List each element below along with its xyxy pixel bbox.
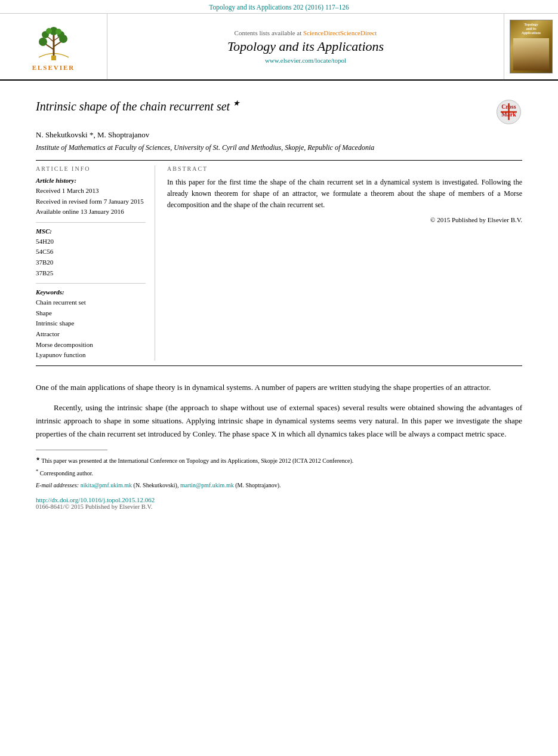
keyword-3: Intrinsic shape [36, 318, 146, 329]
email2-link[interactable]: martin@pmf.ukim.mk [180, 482, 234, 488]
abstract-label: ABSTRACT [167, 165, 522, 172]
received-date: Received 1 March 2013 [36, 186, 146, 196]
elsevier-tree-icon [30, 23, 78, 62]
cover-title: Topologyand itsApplications [522, 23, 541, 36]
footnote-divider [36, 450, 107, 450]
msc-3: 37B20 [36, 257, 146, 268]
keywords-label: Keywords: [36, 288, 146, 296]
article-divider [36, 160, 522, 161]
journal-url[interactable]: www.elsevier.com/locate/topol [265, 57, 346, 64]
article-divider-2 [36, 365, 522, 366]
sciencedirect-link[interactable]: ScienceDirect [303, 29, 340, 36]
issn-line: 0166-8641/© 2015 Published by Elsevier B… [36, 503, 522, 510]
journal-info-center: Contents lists available at ScienceDirec… [107, 14, 504, 79]
keyword-6: Lyapunov function [36, 350, 146, 361]
cover-art [513, 38, 549, 70]
footnote-star: ★ This paper was presented at the Intern… [36, 455, 522, 466]
abstract-copyright: © 2015 Published by Elsevier B.V. [167, 216, 522, 223]
keyword-2: Shape [36, 308, 146, 319]
msc-label: MSC: [36, 228, 146, 235]
body-section: One of the main applications of shape th… [36, 381, 522, 441]
article-info-column: ARTICLE INFO Article history: Received 1… [36, 165, 155, 361]
keyword-4: Attractor [36, 329, 146, 340]
journal-citation-bar: Topology and its Applications 202 (2016)… [0, 0, 558, 14]
authors: N. Shekutkovski *, M. Shoptrajanov [36, 130, 522, 140]
abstract-text: In this paper for the first time the sha… [167, 177, 522, 211]
doi-line[interactable]: http://dx.doi.org/10.1016/j.topol.2015.1… [36, 496, 522, 503]
left-divider-2 [36, 283, 146, 284]
crossmark-icon: Cross Mark [495, 99, 522, 125]
crossmark-badge[interactable]: Cross Mark [495, 99, 522, 125]
article-title: Intrinsic shape of the chain recurrent s… [36, 99, 495, 113]
article-content: Intrinsic shape of the chain recurrent s… [0, 81, 558, 522]
body-para-1: One of the main applications of shape th… [36, 381, 522, 394]
affiliation: Institute of Mathematics at Faculty of S… [36, 142, 522, 153]
title-star: ★ [233, 99, 240, 107]
journal-cover-image: Topologyand itsApplications [510, 20, 553, 73]
elsevier-logo-area: ELSEVIER [0, 14, 107, 79]
journal-title: Topology and its Applications [227, 39, 384, 54]
left-divider-1 [36, 222, 146, 223]
available-date: Available online 13 January 2016 [36, 207, 146, 217]
article-history-title: Article history: [36, 177, 146, 184]
footnote-email: E-mail addresses: nikita@pmf.ukim.mk (N.… [36, 481, 522, 490]
keyword-5: Morse decomposition [36, 340, 146, 351]
svg-point-12 [56, 29, 61, 35]
svg-point-6 [39, 38, 47, 46]
footnote-corresponding: * Corresponding author. [36, 468, 522, 478]
article-title-row: Intrinsic shape of the chain recurrent s… [36, 99, 522, 125]
article-info-label: ARTICLE INFO [36, 165, 146, 172]
elsevier-wordmark: ELSEVIER [32, 64, 75, 71]
msc-1: 54H20 [36, 236, 146, 247]
journal-citation: Topology and its Applications 202 (2016)… [209, 4, 349, 11]
two-column-section: ARTICLE INFO Article history: Received 1… [36, 165, 522, 361]
journal-header: ELSEVIER Contents lists available at Sci… [0, 14, 558, 81]
msc-2: 54C56 [36, 247, 146, 257]
abstract-column: ABSTRACT In this paper for the first tim… [167, 165, 522, 361]
contents-line: Contents lists available at ScienceDirec… [235, 29, 377, 36]
email1-link[interactable]: nikita@pmf.ukim.mk [81, 482, 132, 488]
svg-rect-0 [51, 56, 56, 60]
journal-cover-area: Topologyand itsApplications [504, 14, 558, 79]
msc-4: 37B25 [36, 268, 146, 279]
keyword-1: Chain recurrent set [36, 297, 146, 308]
svg-point-11 [46, 28, 52, 34]
received-revised-date: Received in revised form 7 January 2015 [36, 196, 146, 207]
elsevier-logo: ELSEVIER [30, 23, 78, 71]
body-para-2: Recently, using the intrinsic shape (the… [36, 401, 522, 441]
